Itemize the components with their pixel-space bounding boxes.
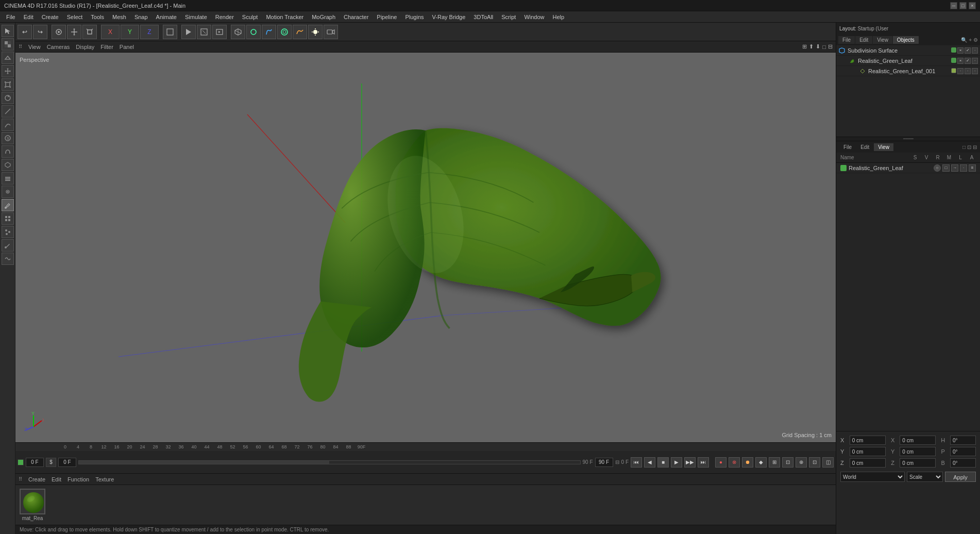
attr-ctrl-circle[interactable]: ○ — [934, 164, 941, 172]
menu-mesh[interactable]: Mesh — [108, 13, 130, 21]
menu-script[interactable]: Script — [497, 13, 520, 21]
timeline-extra3[interactable]: ◫ — [822, 457, 834, 468]
viewport-menu-panel[interactable]: Panel — [120, 44, 134, 50]
coord-h-value[interactable] — [950, 436, 976, 445]
obj-row-leaf[interactable]: Realistic_Green_Leaf × ✓ · — [836, 56, 980, 66]
coord-y-pos[interactable] — [850, 447, 886, 456]
menu-animate[interactable]: Animate — [152, 13, 181, 21]
coord-p-value[interactable] — [950, 447, 976, 456]
attr-ctrl-arrow[interactable]: → — [951, 164, 958, 172]
play-reverse-button[interactable]: ◀ — [644, 457, 655, 468]
tool-spline[interactable] — [2, 119, 14, 131]
array-button[interactable] — [277, 25, 292, 39]
timeline-slider[interactable] — [78, 460, 581, 464]
menu-help[interactable]: Help — [549, 13, 569, 21]
auto-key-button[interactable]: ⏺ — [742, 457, 753, 468]
redo-button[interactable]: ↪ — [33, 25, 47, 39]
menu-character[interactable]: Character — [340, 13, 373, 21]
nurbs-button[interactable] — [246, 25, 261, 39]
menu-pipeline[interactable]: Pipeline — [373, 13, 401, 21]
menu-snap[interactable]: Snap — [130, 13, 152, 21]
attr-row-leaf-material[interactable]: Realistic_Green_Leaf ○ □ → · ≡ — [836, 163, 980, 173]
coord-x-size[interactable] — [900, 436, 936, 445]
menu-window[interactable]: Window — [520, 13, 548, 21]
render-button[interactable] — [181, 25, 196, 39]
render-region-button[interactable] — [197, 25, 211, 39]
obj-ctrl-leaf-001-c[interactable]: · — [972, 68, 978, 74]
coord-mode-dropdown[interactable]: World Object Screen — [840, 472, 905, 482]
obj-dot-leaf-001-color[interactable] — [951, 68, 956, 73]
mat-menu-edit[interactable]: Edit — [52, 476, 61, 482]
minimize-button[interactable]: ─ — [950, 2, 957, 9]
deformer-button[interactable] — [293, 25, 307, 39]
viewport-menu-filter[interactable]: Filter — [100, 44, 113, 50]
tool-cog[interactable] — [2, 186, 14, 198]
viewport-menu-cameras[interactable]: Cameras — [47, 44, 70, 50]
go-to-start-button[interactable]: ⏮ — [631, 457, 642, 468]
mat-menu-function[interactable]: Function — [67, 476, 89, 482]
timeline-extra1[interactable]: ⊕ — [796, 457, 807, 468]
maximize-button[interactable]: □ — [959, 2, 967, 9]
attr-ctrl-square[interactable]: □ — [942, 164, 950, 172]
tool-currency[interactable]: $ — [2, 132, 14, 144]
coord-b-value[interactable] — [950, 458, 976, 468]
obj-tab-objects[interactable]: Objects — [893, 36, 919, 44]
menu-sculpt[interactable]: Sculpt — [238, 13, 262, 21]
obj-icon-search[interactable]: 🔍 — [961, 37, 967, 43]
obj-ctrl-leaf-x[interactable]: × — [957, 58, 964, 64]
obj-tab-view[interactable]: View — [873, 36, 892, 44]
menu-mograph[interactable]: MoGraph — [308, 13, 340, 21]
tool-particle[interactable] — [2, 226, 14, 238]
tool-paint[interactable] — [2, 239, 14, 252]
menu-3dtoall[interactable]: 3DToAll — [469, 13, 497, 21]
obj-ctrl-x[interactable]: × — [957, 47, 964, 54]
go-to-end-button[interactable]: ⏭ — [698, 457, 709, 468]
tool-scale[interactable] — [2, 78, 14, 91]
mat-menu-texture[interactable]: Texture — [95, 476, 114, 482]
panel-divider[interactable]: ━━━━ — [836, 137, 980, 141]
obj-ctrl-dot[interactable]: · — [972, 47, 978, 54]
obj-ctrl-leaf-check[interactable]: ✓ — [965, 58, 971, 64]
attr-ctrl-extra[interactable]: ≡ — [969, 164, 976, 172]
cube-button[interactable] — [231, 25, 245, 39]
viewport-canvas[interactable]: Perspective Grid Spacing : 1 cm — [15, 53, 836, 442]
tool-line[interactable] — [2, 105, 14, 118]
material-swatch[interactable] — [20, 489, 45, 514]
timeline-extra2[interactable]: ⊡ — [809, 457, 820, 468]
coord-z-size[interactable] — [900, 458, 936, 468]
stop-record-button[interactable]: ⊗ — [729, 457, 740, 468]
obj-tab-edit[interactable]: Edit — [855, 36, 872, 44]
tool-select[interactable] — [2, 25, 14, 37]
obj-ctrl-leaf-001-b[interactable]: · — [965, 68, 971, 74]
menu-render[interactable]: Render — [211, 13, 238, 21]
frame-start-field[interactable] — [58, 458, 76, 467]
coord-y-size[interactable] — [900, 447, 936, 456]
viewport-icon-fullscreen[interactable]: □ — [822, 44, 826, 50]
spline-button[interactable] — [262, 25, 276, 39]
attr-tab-file[interactable]: File — [839, 143, 856, 151]
key-button[interactable]: ◆ — [755, 457, 767, 468]
apply-button[interactable]: Apply — [945, 472, 976, 482]
viewport-icon-settings[interactable]: ⊟ — [828, 43, 833, 50]
tool-rotate[interactable] — [2, 92, 14, 104]
obj-row-subdivision[interactable]: Subdivision Surface × ✓ · — [836, 45, 980, 56]
y-axis-button[interactable]: Y — [121, 25, 139, 39]
attr-icon-2[interactable]: ⊡ — [967, 144, 971, 150]
record-button[interactable]: ● — [715, 457, 726, 468]
object-axis-button[interactable] — [163, 25, 177, 39]
render-to-picture-viewer[interactable] — [212, 25, 227, 39]
light-button[interactable] — [308, 25, 323, 39]
viewport-menu-view[interactable]: View — [28, 44, 41, 50]
menu-file[interactable]: File — [2, 13, 20, 21]
tool-magnet[interactable] — [2, 145, 14, 158]
snap-frame[interactable]: ⊞ — [769, 457, 780, 468]
obj-ctrl-leaf-001-a[interactable]: · — [957, 68, 964, 74]
tool-polygon[interactable] — [2, 159, 14, 171]
coord-x-pos[interactable] — [850, 436, 886, 445]
tool-brush[interactable] — [2, 199, 14, 211]
z-axis-button[interactable]: Z — [140, 25, 159, 39]
menu-simulate[interactable]: Simulate — [181, 13, 211, 21]
menu-create[interactable]: Create — [38, 13, 63, 21]
attr-icon-1[interactable]: □ — [962, 144, 966, 150]
tool-checkerboard[interactable] — [2, 38, 14, 51]
